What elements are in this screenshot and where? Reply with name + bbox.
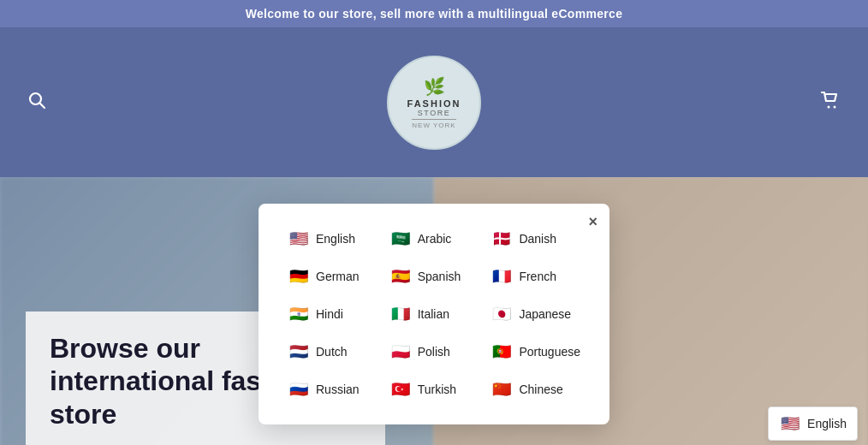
language-modal: × 🇺🇸English🇸🇦Arabic🇩🇰Danish🇩🇪German🇪🇸Spa… (259, 204, 609, 424)
logo-store-text: STORE (418, 109, 450, 117)
polish-flag-icon: 🇵🇱 (389, 341, 412, 363)
svg-point-2 (828, 106, 830, 109)
search-icon[interactable] (27, 91, 46, 114)
danish-flag-icon: 🇩🇰 (490, 228, 513, 250)
chinese-flag-icon: 🇨🇳 (490, 378, 513, 400)
english-flag-icon: 🇺🇸 (779, 412, 801, 435)
japanese-label: Japanese (519, 307, 571, 321)
french-label: French (519, 270, 556, 283)
japanese-flag-icon: 🇯🇵 (490, 303, 513, 325)
lang-item-japanese[interactable]: 🇯🇵Japanese (485, 300, 586, 329)
logo-leaf-icon: 🌿 (424, 76, 445, 97)
logo-newyork-text: NEW YORK (412, 119, 455, 129)
dutch-flag-icon: 🇳🇱 (288, 341, 310, 363)
lang-item-danish[interactable]: 🇩🇰Danish (485, 224, 586, 253)
svg-line-1 (39, 103, 45, 108)
arabic-flag-icon: 🇸🇦 (389, 228, 412, 250)
russian-label: Russian (316, 383, 360, 396)
hindi-flag-icon: 🇮🇳 (288, 303, 310, 325)
lang-item-french[interactable]: 🇫🇷French (485, 262, 586, 291)
modal-overlay: × 🇺🇸English🇸🇦Arabic🇩🇰Danish🇩🇪German🇪🇸Spa… (0, 177, 868, 445)
english-label: English (316, 232, 355, 246)
banner-text: Welcome to our store, sell more with a m… (246, 7, 622, 21)
lang-item-polish[interactable]: 🇵🇱Polish (384, 337, 476, 366)
lang-item-english[interactable]: 🇺🇸English (282, 224, 374, 253)
italian-label: Italian (418, 307, 449, 321)
lang-item-portuguese[interactable]: 🇵🇹Portuguese (485, 337, 586, 366)
italian-flag-icon: 🇮🇹 (389, 303, 412, 325)
russian-flag-icon: 🇷🇺 (288, 378, 310, 400)
turkish-label: Turkish (418, 383, 456, 396)
lang-item-chinese[interactable]: 🇨🇳Chinese (485, 375, 586, 404)
language-grid: 🇺🇸English🇸🇦Arabic🇩🇰Danish🇩🇪German🇪🇸Spani… (282, 224, 586, 404)
chinese-label: Chinese (519, 383, 562, 396)
header: 🌿 FASHION STORE NEW YORK (0, 27, 868, 177)
german-flag-icon: 🇩🇪 (288, 265, 310, 288)
turkish-flag-icon: 🇹🇷 (389, 378, 412, 400)
lang-item-spanish[interactable]: 🇪🇸Spanish (384, 262, 476, 291)
portuguese-flag-icon: 🇵🇹 (490, 341, 513, 363)
portuguese-label: Portuguese (519, 345, 580, 359)
hindi-label: Hindi (316, 307, 343, 321)
current-language-label: English (807, 417, 847, 430)
logo: 🌿 FASHION STORE NEW YORK (387, 56, 481, 150)
spanish-label: Spanish (418, 270, 461, 283)
cart-icon[interactable] (820, 91, 841, 114)
top-banner: Welcome to our store, sell more with a m… (0, 0, 868, 27)
lang-item-russian[interactable]: 🇷🇺Russian (282, 375, 374, 404)
english-flag-icon: 🇺🇸 (288, 228, 310, 250)
logo-circle: 🌿 FASHION STORE NEW YORK (387, 56, 481, 150)
lang-item-italian[interactable]: 🇮🇹Italian (384, 300, 476, 329)
polish-label: Polish (418, 345, 450, 359)
french-flag-icon: 🇫🇷 (490, 265, 513, 288)
german-label: German (316, 270, 360, 283)
svg-point-3 (834, 106, 836, 109)
dutch-label: Dutch (316, 345, 348, 359)
lang-item-turkish[interactable]: 🇹🇷Turkish (384, 375, 476, 404)
lang-item-dutch[interactable]: 🇳🇱Dutch (282, 337, 374, 366)
danish-label: Danish (519, 232, 556, 246)
logo-fashion-text: FASHION (407, 98, 461, 109)
main-area: Browse our international fashion store ×… (0, 177, 868, 445)
lang-item-arabic[interactable]: 🇸🇦Arabic (384, 224, 476, 253)
current-language-badge[interactable]: 🇺🇸 English (768, 406, 858, 441)
lang-item-hindi[interactable]: 🇮🇳Hindi (282, 300, 374, 329)
arabic-label: Arabic (418, 232, 452, 246)
modal-close-button[interactable]: × (588, 214, 597, 229)
lang-item-german[interactable]: 🇩🇪German (282, 262, 374, 291)
spanish-flag-icon: 🇪🇸 (389, 265, 412, 288)
